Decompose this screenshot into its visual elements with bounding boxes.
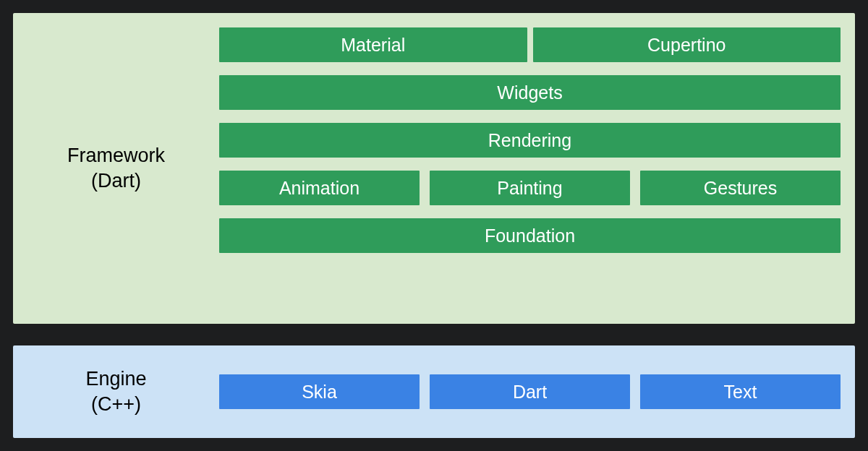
framework-row-rendering: Rendering	[219, 123, 841, 158]
layer-gestures: Gestures	[640, 171, 841, 205]
framework-row-core: Animation Painting Gestures	[219, 171, 841, 205]
framework-section: Framework (Dart) Material Cupertino Widg…	[13, 13, 855, 324]
engine-section: Engine (C++) Skia Dart Text	[13, 345, 855, 438]
layer-foundation: Foundation	[219, 218, 841, 253]
engine-text: Text	[640, 374, 841, 409]
engine-dart: Dart	[430, 374, 630, 409]
engine-label: Engine (C++)	[13, 360, 219, 424]
framework-label: Framework (Dart)	[13, 27, 219, 309]
engine-content: Skia Dart Text	[219, 360, 841, 424]
layer-animation: Animation	[219, 171, 420, 205]
layer-widgets: Widgets	[219, 75, 841, 110]
framework-row-design: Material Cupertino	[219, 27, 841, 62]
framework-row-foundation: Foundation	[219, 218, 841, 253]
layer-painting: Painting	[430, 171, 630, 205]
layer-material: Material	[219, 27, 527, 62]
engine-row: Skia Dart Text	[219, 374, 841, 409]
framework-content: Material Cupertino Widgets Rendering Ani…	[219, 27, 841, 309]
engine-skia: Skia	[219, 374, 420, 409]
layer-cupertino: Cupertino	[533, 27, 841, 62]
framework-label-line2: (Dart)	[91, 168, 141, 194]
engine-label-line2: (C++)	[91, 392, 141, 417]
framework-label-line1: Framework	[67, 143, 165, 168]
layer-rendering: Rendering	[219, 123, 841, 158]
engine-label-line1: Engine	[85, 366, 146, 392]
framework-row-widgets: Widgets	[219, 75, 841, 110]
